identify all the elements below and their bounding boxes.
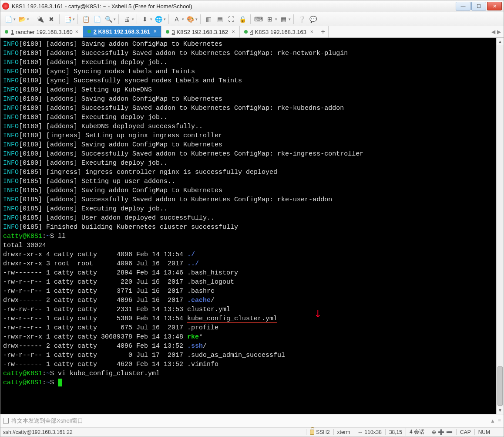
vertical-split-icon[interactable]: ▤	[215, 14, 225, 24]
fullscreen-icon[interactable]: ⛶	[226, 14, 236, 24]
tile-icon[interactable]: ▦	[278, 14, 289, 24]
session-tab[interactable]: 4 K8S3 192.168.3.163×	[240, 26, 318, 37]
globe-icon[interactable]: 🌐	[153, 14, 164, 24]
new-session-icon[interactable]: 📄	[3, 14, 13, 24]
status-dot-icon	[5, 30, 8, 34]
maximize-button[interactable]: ☐	[471, 2, 486, 10]
session-tab[interactable]: 1 rancher 192.168.3.160×	[0, 26, 83, 37]
close-button[interactable]: ✕	[487, 2, 502, 10]
copy-icon[interactable]: 📋	[81, 14, 91, 24]
sendbar-menu-icon[interactable]: ≡	[498, 418, 501, 424]
font-icon[interactable]: A	[171, 14, 182, 24]
tab-strip: 1 rancher 192.168.3.160×2 K8S1 192.168.3…	[0, 26, 504, 38]
color-icon[interactable]: 🎨	[185, 14, 195, 24]
tab-close-icon[interactable]: ×	[75, 29, 78, 35]
status-caps: CAP	[456, 429, 474, 435]
scroll-down-icon[interactable]: ▼	[497, 407, 504, 414]
toolbar: 📄▾ 📂▾ 🔌 ✖ 📑▾ 📋 📄 🔍▾ 🖨▾ ⬍▾ 🌐▾ A▾ 🎨▾ ▥ ▤ ⛶…	[0, 12, 504, 26]
new-tab-button[interactable]: +	[318, 26, 329, 37]
resize-icon: ↔	[358, 429, 363, 435]
keyboard-icon[interactable]: ⌨	[253, 14, 264, 24]
terminal[interactable]: INFO[0180] [addons] Saving addon ConfigM…	[0, 38, 504, 414]
status-dot-icon	[244, 30, 248, 34]
sendbar-up-icon[interactable]: ▲	[490, 418, 495, 424]
arrange-icon[interactable]: ⊞	[265, 14, 275, 24]
minus-icon: ➖	[446, 429, 453, 435]
horizontal-split-icon[interactable]: ▥	[203, 14, 214, 24]
window-title: K8S1 192.168.3.161 - catty@K8S1: ~ - Xsh…	[12, 3, 456, 10]
paste-icon[interactable]: 📄	[92, 14, 102, 24]
tab-next-icon[interactable]: ▶	[497, 29, 501, 35]
disconnect-icon[interactable]: ✖	[46, 14, 57, 24]
tab-close-icon[interactable]: ×	[232, 29, 235, 35]
status-connection: ssh://catty@192.168.3.161:22	[3, 429, 306, 435]
tab-label: 4 K8S3 192.168.3.163	[250, 29, 306, 35]
minimize-button[interactable]: —	[456, 2, 470, 10]
tab-label: 3 K8S2 192.168.3.162	[172, 29, 228, 35]
status-terminal-type: xterm	[333, 429, 354, 435]
tab-label: 2 K8S1 192.168.3.161	[94, 28, 150, 35]
open-icon[interactable]: 📂	[17, 14, 27, 24]
session-tab[interactable]: 2 K8S1 192.168.3.161×	[83, 26, 161, 37]
status-cursor-pos: 38,15	[385, 429, 406, 435]
send-bar: 将文本发送到全部Xshell窗口 ▲ ≡	[0, 414, 504, 427]
print-icon[interactable]: 🖨	[121, 14, 132, 24]
reconnect-icon[interactable]: 🔌	[35, 14, 45, 24]
broadcast-checkbox[interactable]	[3, 418, 9, 423]
scroll-up-icon[interactable]: ▲	[497, 38, 504, 45]
lock-icon[interactable]: 🔒	[237, 14, 248, 24]
status-dot-icon	[166, 30, 169, 34]
signal-icon: ⊕	[432, 429, 436, 435]
feedback-icon[interactable]: 💬	[308, 14, 318, 24]
tab-label: 1 rancher 192.168.3.160	[11, 29, 73, 35]
tab-close-icon[interactable]: ×	[310, 29, 313, 35]
status-num: NUM	[474, 429, 494, 435]
plus-icon: ➕	[438, 429, 444, 435]
scrollbar[interactable]: ▲ ▼	[496, 38, 504, 414]
broadcast-input[interactable]: 将文本发送到全部Xshell窗口	[11, 417, 487, 425]
status-size: 110x38	[365, 429, 382, 435]
title-bar: K8S1 192.168.3.161 - catty@K8S1: ~ - Xsh…	[0, 0, 504, 12]
status-dot-icon	[87, 30, 91, 33]
status-session-count: 4 会话	[406, 428, 428, 436]
app-icon	[2, 3, 9, 10]
transfer-icon[interactable]: ⬍	[140, 14, 150, 24]
scroll-thumb[interactable]	[497, 366, 503, 406]
status-bar: ssh://catty@192.168.3.161:22 SSH2 xterm …	[0, 427, 504, 437]
help-icon[interactable]: ❔	[296, 14, 307, 24]
tab-prev-icon[interactable]: ◀	[491, 29, 495, 35]
tab-close-icon[interactable]: ×	[154, 28, 157, 34]
properties-icon[interactable]: 📑	[62, 14, 73, 24]
status-protocol: SSH2	[316, 429, 329, 435]
find-icon[interactable]: 🔍	[103, 14, 114, 24]
lock-status-icon	[310, 430, 314, 435]
session-tab[interactable]: 3 K8S2 192.168.3.162×	[161, 26, 240, 37]
